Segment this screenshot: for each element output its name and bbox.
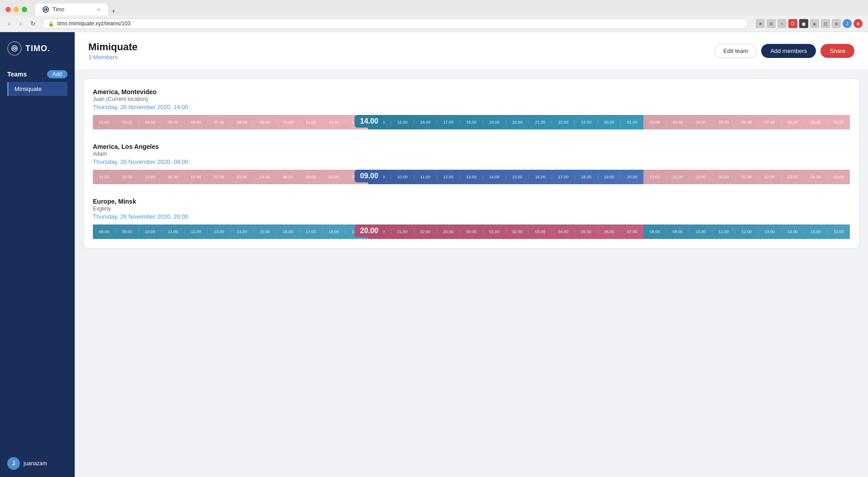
members-count: 3 Members — [88, 54, 138, 61]
active-tab[interactable]: Timo ✕ — [35, 4, 108, 15]
ext-8[interactable]: J — [843, 19, 852, 28]
content-area: America, Montevideo Juan (Current locati… — [75, 70, 868, 257]
timeline-track-0: 02.00 03.00 04.00 05.00 06.00 07.00 08.0… — [93, 115, 850, 129]
back-button[interactable]: ‹ — [5, 19, 13, 28]
tab-close-icon[interactable]: ✕ — [97, 7, 101, 12]
refresh-button[interactable]: ↻ — [28, 19, 38, 28]
tab-favicon — [43, 6, 49, 13]
lock-icon: 🔒 — [48, 21, 54, 27]
add-team-button[interactable]: Add — [47, 70, 67, 78]
ext-3[interactable]: D — [788, 19, 797, 28]
browser-extensions: ★ ⊞ + D ◼ ◈ ⊟ ⊕ J ⊗ — [756, 19, 863, 28]
teams-section-header: Teams Add — [7, 70, 67, 78]
seg-night2-0: 02.00 03.00 04.00 05.00 06.00 07.00 08.0… — [643, 115, 850, 129]
close-window-dot[interactable] — [5, 7, 11, 12]
tz-person-2: Evgeny — [93, 205, 850, 212]
sidebar-logo: TIMO. — [0, 32, 75, 65]
ext-2[interactable]: + — [777, 19, 786, 28]
ext-1[interactable]: ⊞ — [767, 19, 776, 28]
add-members-button[interactable]: Add members — [761, 44, 816, 58]
seg-night-0: 02.00 03.00 04.00 05.00 06.00 07.00 08.0… — [93, 115, 368, 129]
timeline-track-2: 08.00 09.00 10.00 11.00 12.00 13.00 14.0… — [93, 224, 850, 239]
tz-location-1: America, Los Angeles — [93, 143, 850, 150]
tz-person-0: Juan (Current location) — [93, 96, 850, 102]
browser-toolbar: ‹ › ↻ 🔒 timo.mimiquate.xyz/teams/103 ★ ⊞… — [0, 15, 868, 32]
window-controls — [5, 7, 27, 12]
teams-section-title: Teams — [7, 71, 27, 78]
username-label: juanazam — [24, 460, 47, 467]
browser-chrome: Timo ✕ + ‹ › ↻ 🔒 timo.mimiquate.xyz/team… — [0, 0, 868, 32]
seg-work-2a: 08.00 09.00 10.00 11.00 12.00 13.00 14.0… — [93, 224, 368, 239]
logo-icon — [7, 41, 22, 56]
sidebar: TIMO. Teams Add Mimiquate J juanazam — [0, 32, 75, 477]
forward-button[interactable]: › — [17, 19, 24, 28]
user-avatar: J — [7, 457, 20, 470]
header-actions: Edit team Add members Share — [715, 44, 854, 58]
url-text: timo.mimiquate.xyz/teams/103 — [57, 20, 130, 27]
seg-work-0: 14.00 15.00 16.00 17.00 18.00 19.00 20.0… — [368, 115, 643, 129]
share-button[interactable]: Share — [820, 44, 854, 58]
tz-location-0: America, Montevideo — [93, 88, 850, 95]
tz-person-1: Adam — [93, 151, 850, 157]
page-header: Mimiquate 3 Members Edit team Add member… — [75, 32, 868, 70]
ext-4[interactable]: ◼ — [799, 19, 808, 28]
ext-6[interactable]: ⊟ — [821, 19, 830, 28]
tz-datetime-0: Thursday, 26 November 2020, 14:00 — [93, 104, 850, 110]
main-content: Mimiquate 3 Members Edit team Add member… — [75, 32, 868, 477]
seg-evening-2: 20.00 21.00 22.00 23.00 00.00 01.00 02.0… — [368, 224, 643, 239]
seg-work-2b: 08.00 09.00 10.00 11.00 12.00 13.00 14.0… — [643, 224, 850, 239]
timeline-track-1: 21.00 22.00 23.00 00.00 01.00 02.00 03.0… — [93, 170, 850, 184]
time-badge-container-1: 09.00 — [355, 170, 384, 182]
ext-star-icon[interactable]: ★ — [756, 19, 765, 28]
browser-tabs: Timo ✕ + — [35, 4, 119, 15]
timeline-bar-0[interactable]: 02.00 03.00 04.00 05.00 06.00 07.00 08.0… — [93, 115, 850, 129]
timeline-wrapper-2: 08.00 09.00 10.00 11.00 12.00 13.00 14.0… — [93, 224, 850, 239]
time-badge-1: 09.00 — [355, 170, 384, 182]
time-badge-0: 14.00 — [355, 115, 384, 128]
timeline-bar-2[interactable]: 08.00 09.00 10.00 11.00 12.00 13.00 14.0… — [93, 224, 850, 239]
edit-team-button[interactable]: Edit team — [715, 44, 757, 58]
maximize-window-dot[interactable] — [22, 7, 27, 12]
time-badge-2: 20.00 — [355, 224, 384, 237]
ext-7[interactable]: ⊕ — [832, 19, 841, 28]
time-badge-container-0: 14.00 — [355, 115, 384, 128]
new-tab-button[interactable]: + — [108, 7, 119, 15]
timezone-row-montevideo: America, Montevideo Juan (Current locati… — [93, 88, 850, 129]
ext-5[interactable]: ◈ — [810, 19, 819, 28]
timezone-row-minsk: Europe, Minsk Evgeny Thursday, 26 Novemb… — [93, 198, 850, 239]
tz-location-2: Europe, Minsk — [93, 198, 850, 205]
sidebar-item-mimiquate[interactable]: Mimiquate — [7, 82, 67, 96]
header-title-block: Mimiquate 3 Members — [88, 41, 138, 61]
time-badge-container-2: 20.00 — [355, 224, 384, 237]
timezones-card: America, Montevideo Juan (Current locati… — [84, 79, 859, 248]
page-title: Mimiquate — [88, 41, 138, 53]
address-bar[interactable]: 🔒 timo.mimiquate.xyz/teams/103 — [42, 18, 748, 29]
tab-title: Timo — [53, 6, 64, 13]
seg-night-1: 21.00 22.00 23.00 00.00 01.00 02.00 03.0… — [93, 170, 368, 184]
teams-section: Teams Add Mimiquate — [0, 65, 75, 101]
timeline-wrapper-1: 21.00 22.00 23.00 00.00 01.00 02.00 03.0… — [93, 170, 850, 184]
logo-text: TIMO. — [25, 44, 50, 53]
seg-work-1: 09.00 10.00 11.00 12.00 13.00 14.00 15.0… — [368, 170, 643, 184]
tz-datetime-2: Thursday, 26 November 2020, 20:00 — [93, 213, 850, 220]
sidebar-footer: J juanazam — [0, 450, 75, 477]
seg-night2-1: 21.00 22.00 23.00 00.00 01.00 02.00 03.0… — [643, 170, 850, 184]
ext-9[interactable]: ⊗ — [854, 19, 863, 28]
tz-datetime-1: Thursday, 26 November 2020, 09:00 — [93, 158, 850, 165]
minimize-window-dot[interactable] — [14, 7, 19, 12]
timeline-bar-1[interactable]: 21.00 22.00 23.00 00.00 01.00 02.00 03.0… — [93, 170, 850, 184]
timezone-row-losangeles: America, Los Angeles Adam Thursday, 26 N… — [93, 143, 850, 184]
timeline-wrapper-0: 02.00 03.00 04.00 05.00 06.00 07.00 08.0… — [93, 115, 850, 129]
app-container: TIMO. Teams Add Mimiquate J juanazam Mim… — [0, 32, 868, 477]
